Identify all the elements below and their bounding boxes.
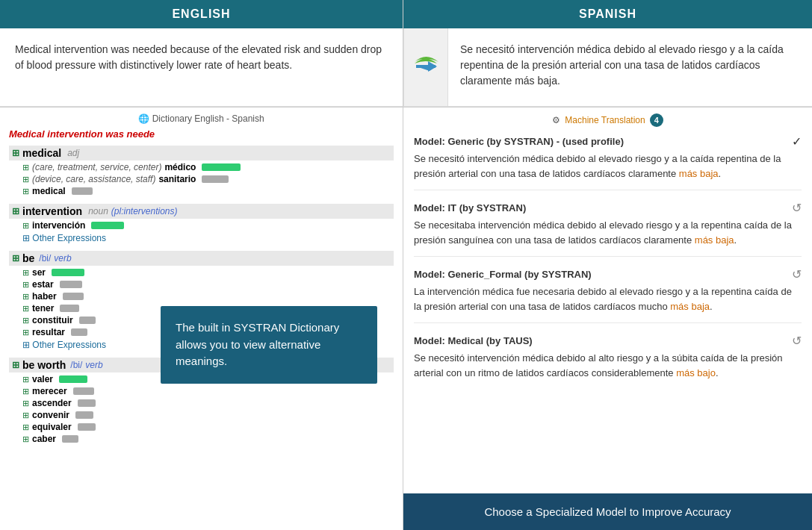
- entry-sub-be-2: ⊞ estar: [22, 279, 394, 290]
- sub-icon-be-1: ⊞: [22, 268, 29, 278]
- translation-1: médico: [164, 162, 196, 172]
- entry-sub-medical-1: ⊞ (care, treatment, service, center) méd…: [22, 162, 394, 172]
- sub-icon-be-6: ⊞: [22, 328, 29, 337]
- choose-model-button[interactable]: Choose a Specialized Model to Improve Ac…: [403, 493, 812, 530]
- model-entry-1: Model: Generic (by SYSTRAN) - (used prof…: [414, 134, 802, 190]
- translate-arrow-area: [403, 28, 448, 106]
- right-mt-panel: ⚙ Machine Translation 4 Model: Generic (…: [403, 107, 812, 493]
- model-text-3: La intervención médica fue necesaria deb…: [414, 284, 802, 314]
- expand-icon-medical[interactable]: ⊞: [12, 148, 19, 158]
- sub-icon-bw-1: ⊞: [22, 375, 29, 384]
- sub-icon-be-5: ⊞: [22, 316, 29, 325]
- bar-int-1: [91, 222, 124, 229]
- model-header-1: Model: Generic (by SYSTRAN) - (used prof…: [414, 134, 802, 149]
- highlight-1: más baja: [679, 168, 719, 179]
- bar-be-3: [63, 293, 84, 300]
- bar-bw-2: [73, 387, 94, 395]
- entry-sub-bw-4: ⊞ convenir: [22, 410, 394, 420]
- translation-be-6: resultar: [32, 327, 65, 337]
- translation-be-4: tener: [32, 303, 54, 314]
- left-panel: ENGLISH Medical intervention was needed …: [0, 0, 403, 530]
- bar-be-4: [60, 305, 79, 312]
- translation-be-3: haber: [32, 291, 57, 302]
- context-1: (care, treatment, service, center): [32, 162, 161, 172]
- bar-be-5: [79, 317, 96, 324]
- entry-sub-medical-2: ⊞ (device, care, assistance, staff) sani…: [22, 174, 394, 184]
- dict-header-label: Dictionary English - Spanish: [152, 113, 264, 124]
- entry-pos-intervention: noun: [88, 206, 108, 216]
- other-expr-link-be[interactable]: ⊞ Other Expressions: [22, 340, 106, 350]
- bar-be-2: [60, 281, 82, 288]
- bar-be-6: [71, 328, 87, 336]
- entry-pos-medical: adj: [67, 148, 79, 158]
- right-bottom: Choose a Specialized Model to Improve Ac…: [403, 493, 812, 530]
- sub-icon-int-1: ⊞: [22, 221, 29, 231]
- translated-content: Se necesitó intervención médica debido a…: [460, 43, 784, 87]
- translation-bw-6: caber: [32, 434, 56, 444]
- model-refresh-3[interactable]: ↺: [792, 267, 802, 281]
- other-expressions-intervention[interactable]: ⊞ Other Expressions: [9, 232, 394, 243]
- model-text-1: Se necesitó intervención médica debido a…: [414, 152, 802, 181]
- entry-phonetic-be-worth: /bi/: [70, 360, 82, 370]
- model-refresh-2[interactable]: ↺: [792, 201, 802, 215]
- translation-be-1: ser: [32, 267, 46, 278]
- right-header: SPANISH: [403, 0, 812, 28]
- model-text-2: Se necesitaba intervención médica debido…: [414, 218, 802, 247]
- bar-bw-1: [59, 375, 87, 383]
- entry-pos-be-worth: verb: [85, 360, 102, 370]
- model-header-3: Model: Generic_Formal (by SYSTRAN) ↺: [414, 267, 802, 281]
- model-name-2: Model: IT (by SYSTRAN): [414, 202, 526, 213]
- sub-icon-bw-5: ⊞: [22, 423, 29, 432]
- gear-icon: ⚙: [552, 115, 560, 125]
- translation-2: sanitario: [158, 174, 196, 184]
- entry-sub-be-1: ⊞ ser: [22, 267, 394, 278]
- translation-3: medical: [32, 186, 66, 196]
- left-header-title: ENGLISH: [172, 7, 230, 20]
- highlight-4: más bajo: [676, 367, 716, 378]
- translation-be-2: estar: [32, 279, 54, 290]
- globe-icon: 🌐: [138, 113, 149, 124]
- entry-pos-be: verb: [54, 253, 71, 264]
- entry-header-be: ⊞ be /bi/ verb: [9, 251, 394, 266]
- highlight-2: más baja: [695, 234, 734, 246]
- entry-sub-intervention-1: ⊞ intervención: [22, 220, 394, 231]
- model-refresh-4[interactable]: ↺: [792, 334, 802, 348]
- model-name-4: Model: Medical (by TAUS): [414, 335, 533, 346]
- entry-sub-bw-3: ⊞ ascender: [22, 398, 394, 408]
- translation-int-1: intervención: [32, 220, 85, 231]
- entry-sub-medical-3: ⊞ medical: [22, 186, 394, 196]
- entry-sub-bw-2: ⊞ merecer: [22, 386, 394, 396]
- expand-icon-be-worth[interactable]: ⊞: [12, 360, 19, 370]
- model-name-1: Model: Generic (by SYSTRAN) - (used prof…: [414, 136, 624, 147]
- entry-sub-bw-6: ⊞ caber: [22, 434, 394, 444]
- model-header-4: Model: Medical (by TAUS) ↺: [414, 334, 802, 348]
- right-panel: SPANISH Se necesitó intervención médica …: [403, 0, 812, 530]
- bar-3: [72, 187, 93, 195]
- model-entry-4: Model: Medical (by TAUS) ↺ Se necesitó i…: [414, 334, 802, 389]
- translation-bw-3: ascender: [32, 398, 72, 408]
- mt-header-label: Machine Translation: [565, 115, 645, 125]
- translate-arrow-icon: [409, 50, 443, 84]
- sub-icon-be-2: ⊞: [22, 280, 29, 290]
- dict-entry-intervention: ⊞ intervention noun (pl:interventions) ⊞…: [9, 204, 394, 243]
- expand-icon-be[interactable]: ⊞: [12, 253, 19, 264]
- left-source-content: Medical intervention was needed because …: [15, 43, 382, 71]
- tooltip-text: The built in SYSTRAN Dictionary allows y…: [176, 321, 339, 367]
- entry-word-be-worth: be worth: [22, 359, 66, 371]
- main-container: ENGLISH Medical intervention was needed …: [0, 0, 812, 530]
- mt-header: ⚙ Machine Translation 4: [414, 113, 802, 127]
- sub-icon-bw-2: ⊞: [22, 387, 29, 396]
- translation-bw-5: equivaler: [32, 422, 72, 432]
- sub-icon-2: ⊞: [22, 175, 29, 184]
- entry-word-intervention: intervention: [22, 205, 82, 217]
- expand-icon-intervention[interactable]: ⊞: [12, 206, 19, 216]
- model-name-3: Model: Generic_Formal (by SYSTRAN): [414, 269, 592, 280]
- dict-query: Medical intervention was neede: [9, 128, 394, 140]
- sub-icon-bw-4: ⊞: [22, 411, 29, 420]
- tooltip-popup: The built in SYSTRAN Dictionary allows y…: [161, 306, 377, 384]
- other-expr-link-intervention[interactable]: ⊞ Other Expressions: [22, 233, 106, 243]
- bar-bw-6: [62, 435, 78, 443]
- translation-bw-1: valer: [32, 374, 53, 384]
- left-source-text: Medical intervention was needed because …: [0, 28, 403, 107]
- sub-icon-bw-6: ⊞: [22, 434, 29, 444]
